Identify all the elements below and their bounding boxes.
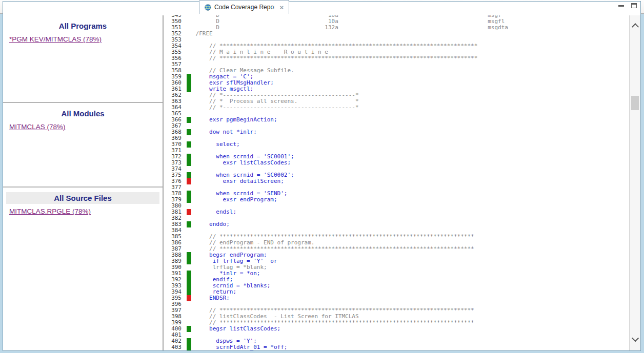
coverage-bar-empty bbox=[187, 320, 191, 326]
coverage-bar-covered bbox=[187, 80, 191, 86]
source-text: select; bbox=[192, 141, 240, 148]
coverage-bar-empty bbox=[187, 18, 191, 25]
coverage-bar-empty bbox=[187, 135, 191, 141]
source-text: exsr detailScreen; bbox=[192, 178, 284, 184]
coverage-bar-empty bbox=[187, 43, 191, 49]
coverage-bar-uncovered bbox=[187, 209, 191, 215]
coverage-bar-empty bbox=[187, 166, 191, 172]
code-line: 352 /FREE bbox=[165, 31, 629, 37]
coverage-bar-empty bbox=[187, 332, 191, 338]
report-content: All Programs*PGM KEV/MITMCLAS (78%)All M… bbox=[3, 15, 640, 350]
coverage-bar-empty bbox=[187, 227, 191, 234]
minimize-icon[interactable] bbox=[618, 3, 624, 8]
code-line: 356 // *********************************… bbox=[165, 55, 629, 61]
section-all-source-files: All Source FilesMITMCLAS.RPGLE (78%) bbox=[3, 186, 163, 352]
source-text: // *************************************… bbox=[192, 55, 477, 61]
coverage-bar-empty bbox=[187, 246, 191, 252]
coverage-bar-empty bbox=[187, 49, 191, 55]
scroll-up-button[interactable] bbox=[630, 22, 640, 31]
coverage-bar-covered bbox=[187, 271, 191, 277]
section-all-programs: All Programs*PGM KEV/MITMCLAS (78%) bbox=[3, 15, 163, 102]
code-line: 400 begsr listClassCodes; bbox=[165, 326, 629, 332]
code-line: 366 exsr pgmBeginAction; bbox=[165, 117, 629, 123]
source-text: // *------------------------------------… bbox=[192, 105, 359, 111]
code-line: 391 *inlr = *on; bbox=[165, 271, 629, 277]
tab-code-coverage-report[interactable]: Code Coverage Report× bbox=[199, 0, 289, 14]
coverage-bar-covered bbox=[187, 160, 191, 166]
code-line: 382 bbox=[165, 215, 629, 221]
code-coverage-report-window: All Programs*PGM KEV/MITMCLAS (78%)All M… bbox=[3, 1, 641, 351]
coverage-bar-empty bbox=[187, 105, 191, 111]
coverage-link[interactable]: *PGM KEV/MITMCLAS (78%) bbox=[9, 35, 102, 43]
coverage-bar-covered bbox=[187, 252, 191, 258]
chevron-down-icon bbox=[631, 335, 638, 342]
tab-label: Code Coverage Report bbox=[214, 4, 274, 11]
coverage-bar-empty bbox=[187, 92, 191, 98]
code-line: 351 D 132a msgdta bbox=[165, 25, 629, 31]
code-line: 381 endsl; bbox=[165, 209, 629, 215]
source-text: D 132a msgdta bbox=[192, 25, 508, 31]
coverage-bar-covered bbox=[187, 191, 191, 197]
source-text: begsr listClassCodes; bbox=[192, 326, 280, 332]
source-text: exsr listClassCodes; bbox=[192, 160, 291, 166]
source-text: exsr endProgram; bbox=[192, 197, 277, 203]
section-all-modules: All ModulesMITMCLAS (78%) bbox=[3, 102, 163, 186]
coverage-bar-covered bbox=[187, 289, 191, 295]
section-title: All Source Files bbox=[6, 192, 159, 204]
coverage-bar-empty bbox=[187, 123, 191, 129]
coverage-bar-covered bbox=[187, 154, 191, 160]
coverage-bar-empty bbox=[187, 307, 191, 314]
line-number: 403 bbox=[165, 344, 183, 350]
coverage-bar-empty bbox=[187, 68, 191, 74]
coverage-bar-covered bbox=[187, 344, 191, 350]
scrollbar-thumb[interactable] bbox=[631, 96, 639, 110]
coverage-bar-covered bbox=[187, 86, 191, 92]
coverage-bar-covered bbox=[187, 117, 191, 123]
source-text: dow not *inlr; bbox=[192, 129, 257, 135]
coverage-summary-sidebar: All Programs*PGM KEV/MITMCLAS (78%)All M… bbox=[3, 15, 164, 350]
code-line: 383 enddo; bbox=[165, 221, 629, 227]
coverage-link[interactable]: MITMCLAS.RPGLE (78%) bbox=[9, 207, 91, 215]
coverage-bar-empty bbox=[187, 55, 191, 61]
coverage-bar-covered bbox=[187, 258, 191, 264]
coverage-bar-empty bbox=[187, 314, 191, 320]
coverage-bar-empty bbox=[187, 234, 191, 240]
code-line: 373 exsr listClassCodes; bbox=[165, 160, 629, 166]
coverage-bar-covered bbox=[187, 277, 191, 283]
coverage-bar-empty bbox=[187, 111, 191, 117]
coverage-bar-covered bbox=[187, 221, 191, 227]
source-text: scrnFldAtr_01 = *off; bbox=[192, 344, 287, 350]
coverage-bar-empty bbox=[187, 37, 191, 43]
maximize-icon[interactable] bbox=[631, 3, 637, 8]
coverage-bar-empty bbox=[187, 301, 191, 307]
coverage-bar-uncovered bbox=[187, 178, 191, 184]
code-line: 403 scrnFldAtr_01 = *off; bbox=[165, 344, 629, 350]
coverage-bar-covered bbox=[187, 326, 191, 332]
coverage-link[interactable]: MITMCLAS (78%) bbox=[9, 123, 66, 131]
code-line: 395 ENDSR; bbox=[165, 295, 629, 301]
coverage-bar-uncovered bbox=[187, 295, 191, 301]
coverage-bar-empty bbox=[187, 215, 191, 221]
vertical-scrollbar[interactable] bbox=[629, 15, 640, 350]
source-text: exsr pgmBeginAction; bbox=[192, 117, 277, 123]
section-title: All Modules bbox=[6, 108, 159, 119]
source-code-pane: 349 D 10a msgf350 D 10a msgfl351 D bbox=[165, 15, 629, 350]
source-text: /FREE bbox=[192, 31, 213, 37]
coverage-bar-covered bbox=[187, 172, 191, 178]
code-line: 394 return; bbox=[165, 289, 629, 295]
source-text: ENDSR; bbox=[192, 295, 230, 301]
coverage-bar-empty bbox=[187, 98, 191, 105]
close-icon[interactable]: × bbox=[279, 4, 284, 11]
code-line: 379 exsr endProgram; bbox=[165, 197, 629, 203]
coverage-bar-covered bbox=[187, 129, 191, 135]
coverage-bar-empty bbox=[187, 264, 191, 271]
code-line: 376 exsr detailScreen; bbox=[165, 178, 629, 184]
coverage-bar-covered bbox=[187, 74, 191, 80]
coverage-bar-empty bbox=[187, 61, 191, 68]
coverage-bar-empty bbox=[187, 25, 191, 31]
scroll-down-button[interactable] bbox=[630, 335, 640, 344]
coverage-bar-covered bbox=[187, 338, 191, 344]
code-line: 368 dow not *inlr; bbox=[165, 129, 629, 135]
coverage-bar-covered bbox=[187, 197, 191, 203]
code-lines: 349 D 10a msgf350 D 10a msgfl351 D bbox=[165, 15, 629, 350]
